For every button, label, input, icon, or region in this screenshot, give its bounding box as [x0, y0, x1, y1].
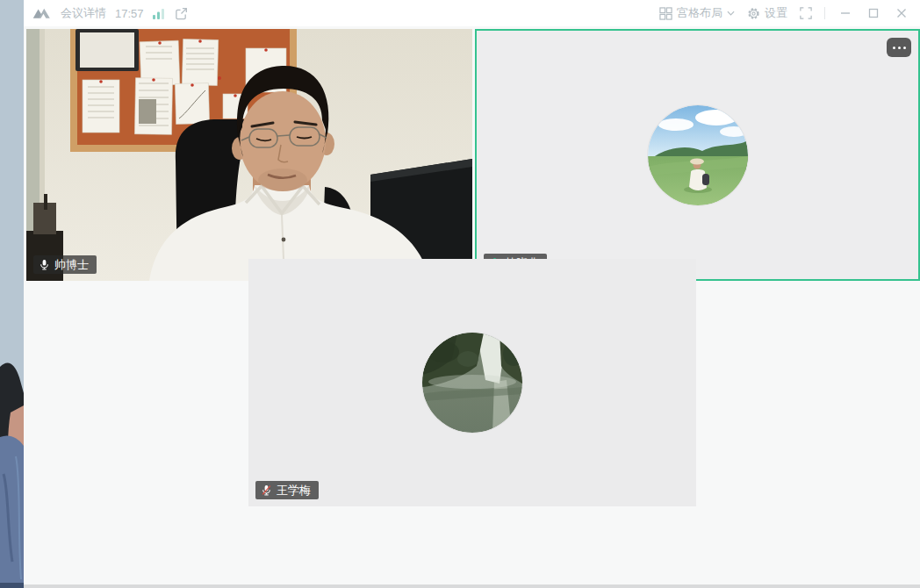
fullscreen-icon[interactable] — [800, 7, 812, 19]
titlebar-time: 17:57 — [115, 7, 144, 20]
participant-name: 王学梅 — [277, 484, 311, 496]
mic-on-icon — [39, 259, 50, 270]
more-options-button[interactable] — [887, 38, 911, 57]
meeting-window: 会议详情 17:57 宫格布局 — [24, 0, 920, 588]
layout-button-label: 宫格布局 — [677, 5, 722, 21]
participant-tile-hanxiaoyan[interactable]: 韩晓燕 — [475, 29, 920, 281]
avatar-river — [422, 333, 522, 433]
avatar-grassland — [648, 105, 748, 205]
network-signal-icon[interactable] — [153, 8, 166, 19]
avatar-river-image — [422, 333, 522, 433]
maximize-button[interactable] — [866, 5, 881, 21]
ellipsis-icon — [893, 47, 895, 49]
gear-icon — [747, 7, 760, 20]
open-external-icon[interactable] — [175, 7, 188, 20]
titlebar: 会议详情 17:57 宫格布局 — [24, 0, 920, 26]
titlebar-divider — [824, 7, 825, 19]
window-bottom-edge — [24, 584, 920, 588]
close-icon — [896, 8, 907, 18]
participant-name-tag: 王学梅 — [255, 481, 319, 499]
settings-button[interactable]: 设置 — [747, 5, 787, 21]
minimize-icon — [840, 8, 851, 18]
meeting-details-button[interactable]: 会议详情 — [61, 5, 106, 21]
settings-button-label: 设置 — [765, 5, 787, 21]
minimize-button[interactable] — [837, 5, 853, 21]
background-app-strip — [0, 0, 24, 588]
avatar-grassland-image — [648, 105, 748, 205]
participant-tile-wangxuemei[interactable]: 王学梅 — [248, 259, 696, 506]
background-video-fragment — [0, 0, 24, 588]
meeting-logo-icon — [32, 7, 52, 19]
layout-switch-button[interactable]: 宫格布局 — [659, 5, 735, 21]
close-button[interactable] — [894, 5, 909, 21]
participant-tile-shuaiboshi[interactable]: 帅博士 — [26, 29, 472, 281]
chevron-down-icon — [727, 11, 735, 16]
video-feed — [26, 29, 472, 281]
mic-muted-icon — [261, 484, 272, 496]
grid-layout-icon — [659, 7, 672, 20]
maximize-icon — [868, 8, 879, 18]
participant-name: 帅博士 — [54, 259, 89, 270]
participant-name-tag: 帅博士 — [33, 255, 97, 274]
